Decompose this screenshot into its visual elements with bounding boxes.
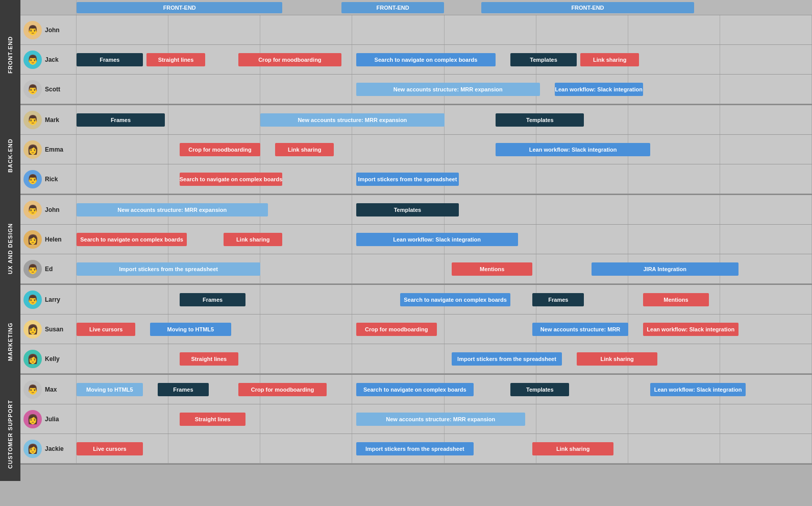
person-name: Mark xyxy=(45,116,59,124)
task-bar[interactable]: Link sharing xyxy=(224,233,282,246)
section-label-frontend: FRONT-END xyxy=(0,0,20,109)
section-customersupport: 👨MaxMoving to HTML5FramesCrop for moodbo… xyxy=(20,375,812,465)
task-bar[interactable]: Lean workflow: Slack integration xyxy=(643,323,739,336)
task-bar[interactable]: Import stickers from the spreadsheet xyxy=(77,262,260,276)
task-bar[interactable]: Frames xyxy=(532,293,584,306)
task-bar[interactable]: Search to navigate on complex boards xyxy=(180,173,283,186)
timeline-area: Import stickers from the spreadsheetMent… xyxy=(77,254,812,283)
timeline-area: Crop for moodboardingLink sharingLean wo… xyxy=(77,135,812,164)
main-content: FRONT-ENDFRONT-ENDFRONT-END👨John👨JackFra… xyxy=(20,0,812,481)
timeline-area xyxy=(77,15,812,44)
task-bar[interactable]: Live cursors xyxy=(77,323,135,336)
person-name: John xyxy=(45,206,60,213)
person-row: 👩SusanLive cursorsMoving to HTML5Crop fo… xyxy=(20,315,812,344)
person-name: John xyxy=(45,27,60,34)
sidebar-labels: FRONT-ENDBACK-ENDUX AND DESIGNMARKETINGC… xyxy=(0,0,20,481)
task-bar[interactable]: Live cursors xyxy=(77,442,143,455)
task-bar[interactable]: Link sharing xyxy=(532,442,613,455)
task-bar[interactable]: Lean workflow: Slack integration xyxy=(555,83,643,96)
person-name: Scott xyxy=(45,86,60,93)
header-bar: FRONT-END xyxy=(341,2,445,13)
section-marketing: 👨LarryFramesSearch to navigate on comple… xyxy=(20,285,812,375)
task-bar[interactable]: Crop for moodboarding xyxy=(180,143,261,156)
avatar: 👨 xyxy=(23,51,42,69)
task-bar[interactable]: Crop for moodboarding xyxy=(238,53,341,66)
person-row: 👨LarryFramesSearch to navigate on comple… xyxy=(20,285,812,315)
task-bar[interactable]: Lean workflow: Slack integration xyxy=(496,143,650,156)
timeline-area: FramesNew accounts structure: MRR expans… xyxy=(77,105,812,134)
task-bar[interactable]: New accounts structure: MRR expansion xyxy=(260,113,444,127)
person-cell: 👨Mark xyxy=(20,105,77,134)
avatar: 👩 xyxy=(23,440,42,458)
timeline-area: Moving to HTML5FramesCrop for moodboardi… xyxy=(77,375,812,404)
person-row: 👨RickSearch to navigate on complex board… xyxy=(20,164,812,194)
person-cell: 👩Helen xyxy=(20,225,77,254)
person-name: Max xyxy=(45,386,57,393)
task-bar[interactable]: Templates xyxy=(510,53,577,66)
timeline-area: FramesSearch to navigate on complex boar… xyxy=(77,285,812,314)
avatar: 👨 xyxy=(23,380,42,399)
task-bar[interactable]: New accounts structure: MRR expansion xyxy=(356,413,525,426)
person-cell: 👨John xyxy=(20,195,77,224)
task-bar[interactable]: Templates xyxy=(496,113,584,127)
person-row: 👨ScottNew accounts structure: MRR expans… xyxy=(20,75,812,104)
task-bar[interactable]: Frames xyxy=(77,113,165,127)
task-bar[interactable]: Lean workflow: Slack integration xyxy=(650,383,746,396)
person-row: 👨EdImport stickers from the spreadsheetM… xyxy=(20,254,812,284)
task-bar[interactable]: Import stickers from the spreadsheet xyxy=(356,173,459,186)
person-name: Emma xyxy=(45,146,63,153)
task-bar[interactable]: Templates xyxy=(510,383,569,396)
task-bar[interactable]: Import stickers from the spreadsheet xyxy=(452,352,562,366)
task-bar[interactable]: Frames xyxy=(158,383,209,396)
task-bar[interactable]: JIRA Integration xyxy=(592,262,739,276)
task-bar[interactable]: Moving to HTML5 xyxy=(150,323,231,336)
section-label-backend: BACK-END xyxy=(0,109,20,202)
avatar: 👩 xyxy=(23,320,42,339)
timeline-area: Straight linesNew accounts structure: MR… xyxy=(77,404,812,433)
task-bar[interactable]: New accounts structure: MRR expansion xyxy=(77,203,268,216)
avatar: 👨 xyxy=(23,111,42,129)
person-row: 👩EmmaCrop for moodboardingLink sharingLe… xyxy=(20,135,812,164)
person-row: 👨JackFramesStraight linesCrop for moodbo… xyxy=(20,45,812,75)
task-bar[interactable]: Search to navigate on complex boards xyxy=(77,233,187,246)
person-row: 👨MarkFramesNew accounts structure: MRR e… xyxy=(20,105,812,135)
task-bar[interactable]: Lean workflow: Slack integration xyxy=(356,233,518,246)
task-bar[interactable]: Straight lines xyxy=(180,413,246,426)
person-cell: 👩Julia xyxy=(20,404,77,433)
task-bar[interactable]: Frames xyxy=(180,293,246,306)
person-name: Jack xyxy=(45,56,59,63)
avatar: 👩 xyxy=(23,350,42,368)
task-bar[interactable]: Link sharing xyxy=(275,143,334,156)
task-bar[interactable]: Straight lines xyxy=(146,53,205,66)
section-label-uxdesign: UX AND DESIGN xyxy=(0,202,20,295)
task-bar[interactable]: Link sharing xyxy=(577,352,658,366)
task-bar[interactable]: Crop for moodboarding xyxy=(238,383,327,396)
person-cell: 👩Jackie xyxy=(20,434,77,463)
task-bar[interactable]: Crop for moodboarding xyxy=(356,323,437,336)
task-bar[interactable]: Search to navigate on complex boards xyxy=(356,383,474,396)
person-row: 👩KellyStraight linesImport stickers from… xyxy=(20,344,812,374)
task-bar[interactable]: Import stickers from the spreadsheet xyxy=(356,442,474,455)
person-name: Julia xyxy=(45,416,59,423)
task-bar[interactable]: Search to navigate on complex boards xyxy=(400,293,510,306)
person-cell: 👩Susan xyxy=(20,315,77,344)
person-cell: 👨Larry xyxy=(20,285,77,314)
task-bar[interactable]: Search to navigate on complex boards xyxy=(356,53,496,66)
task-bar[interactable]: Link sharing xyxy=(580,53,639,66)
task-bar[interactable]: Mentions xyxy=(643,293,709,306)
timeline-area: Live cursorsMoving to HTML5Crop for mood… xyxy=(77,315,812,344)
timeline-area: Live cursorsImport stickers from the spr… xyxy=(77,434,812,463)
person-name: Ed xyxy=(45,266,53,273)
avatar: 👩 xyxy=(23,410,42,428)
task-bar[interactable]: Moving to HTML5 xyxy=(77,383,143,396)
task-bar[interactable]: Frames xyxy=(77,53,143,66)
task-bar[interactable]: Straight lines xyxy=(180,352,238,366)
task-bar[interactable]: Templates xyxy=(356,203,459,216)
task-bar[interactable]: New accounts structure: MRR expansion xyxy=(356,83,540,96)
task-bar[interactable]: New accounts structure: MRR xyxy=(532,323,628,336)
avatar: 👨 xyxy=(23,80,42,99)
task-bar[interactable]: Mentions xyxy=(452,262,533,276)
person-cell: 👨Jack xyxy=(20,45,77,74)
person-cell: 👨Rick xyxy=(20,164,77,194)
section-label-marketing: MARKETING xyxy=(0,295,20,388)
